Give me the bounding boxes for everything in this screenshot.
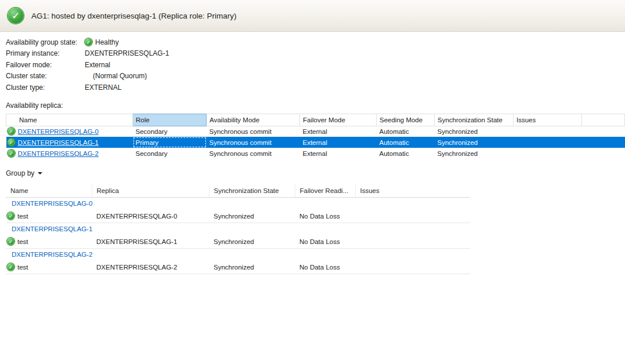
- group-by-label: Group by: [6, 169, 34, 177]
- summary-label: Cluster type:: [6, 83, 85, 92]
- replica-sync-state-cell: Synchronized: [435, 126, 514, 137]
- database-failover-readiness-cell: No Data Loss: [295, 261, 355, 274]
- group-name: DXENTERPRISESQLAG-2: [6, 248, 470, 261]
- database-group-row[interactable]: DXENTERPRISESQLAG-2: [6, 248, 470, 261]
- replica-role-cell: Primary: [133, 137, 207, 148]
- replica-row[interactable]: DXENTERPRISESQLAG-0 Secondary Synchronou…: [6, 126, 625, 137]
- availability-replica-grid: Name Role Availability Mode Failover Mod…: [6, 114, 625, 159]
- replica-failover-mode-cell: External: [300, 137, 377, 148]
- replica-role-cell: Secondary: [133, 126, 207, 137]
- replica-filler-cell: [582, 148, 625, 159]
- database-replica-cell: DXENTERPRISESQLAG-1: [92, 235, 209, 248]
- replica-seeding-mode-cell: Automatic: [377, 137, 435, 148]
- cluster-type-value: EXTERNAL: [85, 83, 121, 92]
- replica-issues-cell: [514, 137, 582, 148]
- database-name-cell: test: [6, 210, 92, 223]
- database-group-row[interactable]: DXENTERPRISESQLAG-1: [6, 223, 470, 235]
- database-issues-cell: [355, 235, 470, 248]
- replica-name-link[interactable]: DXENTERPRISESQLAG-2: [18, 150, 99, 157]
- replica-filler-cell: [582, 137, 625, 148]
- column-header-name[interactable]: Name: [6, 114, 133, 126]
- replica-failover-mode-cell: External: [300, 148, 377, 159]
- database-name-cell: test: [6, 261, 92, 274]
- summary-label: Availability group state:: [6, 38, 85, 46]
- failover-mode-value: External: [85, 61, 110, 69]
- healthy-check-icon: [85, 38, 92, 46]
- column-header-replica[interactable]: Replica: [92, 184, 209, 197]
- column-header-issues[interactable]: Issues: [355, 184, 470, 197]
- summary-value: Healthy: [85, 38, 119, 46]
- page-title: AG1: hosted by dxenterprisesqlag-1 (Repl…: [31, 12, 236, 20]
- cluster-state-value: (Normal Quorum): [85, 72, 147, 80]
- group-by-dropdown[interactable]: Group by: [6, 168, 45, 179]
- column-header-filler: [582, 114, 625, 126]
- replica-seeding-mode-cell: Automatic: [377, 148, 435, 159]
- summary-row-cluster-state: Cluster state: (Normal Quorum): [6, 71, 625, 82]
- replica-seeding-mode-cell: Automatic: [377, 126, 435, 137]
- replica-name-link[interactable]: DXENTERPRISESQLAG-0: [18, 128, 99, 135]
- column-header-failover-mode[interactable]: Failover Mode: [300, 114, 377, 126]
- replica-availability-mode-cell: Synchronous commit: [207, 137, 300, 148]
- healthy-check-icon: [7, 263, 15, 271]
- summary-row-failover-mode: Failover mode: External: [6, 59, 625, 71]
- database-sync-state-cell: Synchronized: [209, 235, 295, 248]
- database-replica-cell: DXENTERPRISESQLAG-2: [92, 261, 209, 274]
- healthy-check-icon: [7, 238, 15, 245]
- replica-row[interactable]: DXENTERPRISESQLAG-2 Secondary Synchronou…: [6, 148, 625, 159]
- summary-row-primary-instance: Primary instance: DXENTERPRISESQLAG-1: [6, 48, 625, 60]
- database-row[interactable]: test DXENTERPRISESQLAG-0 Synchronized No…: [6, 210, 470, 223]
- summary-section: Availability group state: Healthy Primar…: [0, 32, 625, 93]
- primary-instance-value: DXENTERPRISESQLAG-1: [85, 49, 169, 57]
- database-failover-readiness-cell: No Data Loss: [295, 210, 355, 223]
- database-sync-state-cell: Synchronized: [209, 210, 295, 223]
- summary-row-cluster-type: Cluster type: EXTERNAL: [6, 82, 625, 93]
- availability-replica-label: Availability replica:: [6, 101, 625, 110]
- healthy-check-icon: [7, 212, 15, 220]
- summary-label: Primary instance:: [6, 49, 85, 57]
- group-state-value: Healthy: [95, 38, 119, 46]
- database-name: test: [17, 213, 28, 220]
- database-issues-cell: [355, 261, 470, 274]
- replica-sync-state-cell: Synchronized: [435, 137, 514, 148]
- replica-filler-cell: [582, 126, 625, 137]
- database-grid: Name Replica Synchronization State Failo…: [6, 184, 470, 274]
- column-header-availability-mode[interactable]: Availability Mode: [207, 114, 300, 126]
- replica-availability-mode-cell: Synchronous commit: [207, 148, 300, 159]
- replica-name-cell: DXENTERPRISESQLAG-0: [6, 126, 133, 137]
- replica-grid-header-row: Name Role Availability Mode Failover Mod…: [6, 114, 625, 126]
- replica-role-cell: Secondary: [133, 148, 207, 159]
- ag-dashboard: AG1: hosted by dxenterprisesqlag-1 (Repl…: [0, 0, 625, 364]
- replica-row-selected[interactable]: DXENTERPRISESQLAG-1 Primary Synchronous …: [6, 137, 625, 148]
- replica-name-cell: DXENTERPRISESQLAG-2: [6, 148, 133, 159]
- database-sync-state-cell: Synchronized: [209, 261, 295, 274]
- database-issues-cell: [355, 210, 470, 223]
- column-header-synchronization-state[interactable]: Synchronization State: [209, 184, 295, 197]
- column-header-name[interactable]: Name: [6, 184, 92, 197]
- healthy-check-icon: [8, 128, 15, 135]
- replica-name-link[interactable]: DXENTERPRISESQLAG-1: [18, 139, 99, 146]
- summary-row-group-state: Availability group state: Healthy: [6, 37, 625, 48]
- healthy-check-icon: [8, 150, 15, 157]
- database-row[interactable]: test DXENTERPRISESQLAG-1 Synchronized No…: [6, 235, 470, 248]
- database-name-cell: test: [6, 235, 92, 248]
- column-header-role[interactable]: Role: [133, 114, 207, 126]
- database-grid-header-row: Name Replica Synchronization State Failo…: [6, 184, 470, 197]
- replica-issues-cell: [514, 148, 582, 159]
- replica-availability-mode-cell: Synchronous commit: [207, 126, 300, 137]
- database-row[interactable]: test DXENTERPRISESQLAG-2 Synchronized No…: [6, 261, 470, 274]
- column-header-issues[interactable]: Issues: [514, 114, 582, 126]
- healthy-check-icon: [8, 8, 24, 24]
- group-name: DXENTERPRISESQLAG-0: [6, 197, 470, 210]
- column-header-seeding-mode[interactable]: Seeding Mode: [377, 114, 435, 126]
- healthy-check-icon: [8, 139, 15, 146]
- replica-failover-mode-cell: External: [300, 126, 377, 137]
- caret-down-icon: [38, 172, 42, 174]
- database-group-row[interactable]: DXENTERPRISESQLAG-0: [6, 197, 470, 210]
- database-failover-readiness-cell: No Data Loss: [295, 235, 355, 248]
- column-header-synchronization-state[interactable]: Synchronization State: [435, 114, 514, 126]
- database-replica-cell: DXENTERPRISESQLAG-0: [92, 210, 209, 223]
- replica-name-cell: DXENTERPRISESQLAG-1: [6, 137, 133, 148]
- column-header-failover-readiness[interactable]: Failover Readi...: [295, 184, 355, 197]
- replica-issues-cell: [514, 126, 582, 137]
- dashboard-header: AG1: hosted by dxenterprisesqlag-1 (Repl…: [0, 0, 625, 32]
